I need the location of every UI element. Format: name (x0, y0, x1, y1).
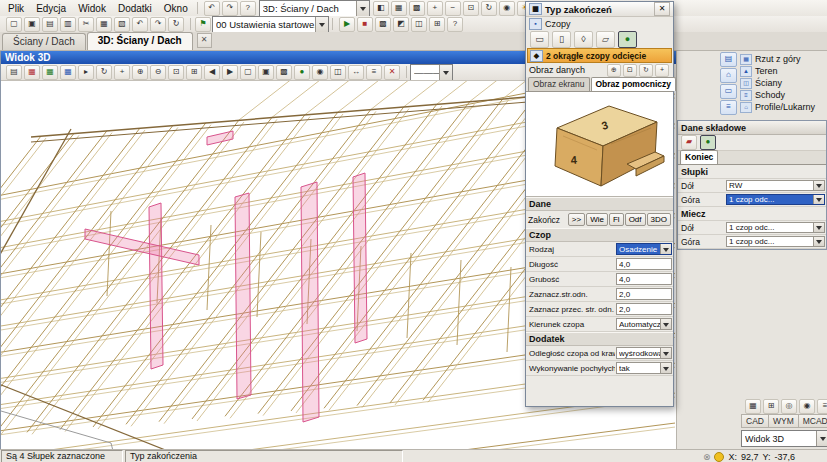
stairs-tool-icon[interactable]: ≡ (720, 100, 737, 115)
pan-image-icon[interactable]: + (655, 64, 669, 77)
startup-settings-combo[interactable]: 00 Ustawienia startowe... (212, 16, 329, 33)
tenon-type-1-icon[interactable]: ▭ (530, 31, 549, 48)
cut-icon[interactable]: ✂ (78, 17, 94, 32)
shaded-icon[interactable]: ▩ (409, 1, 425, 16)
property-value[interactable]: Automatyczny (616, 318, 672, 330)
property-value[interactable]: RW (726, 180, 825, 191)
hidden-line-icon[interactable]: ▣ (258, 65, 274, 80)
menu-item[interactable]: Edycja (30, 2, 72, 15)
tab-koniec[interactable]: Koniec (680, 150, 718, 164)
program-schody[interactable]: ≡ Schody (740, 89, 826, 101)
image-tab[interactable]: Obraz pomocniczy (591, 77, 677, 91)
dropdown-arrow-icon[interactable] (660, 348, 671, 358)
help-icon[interactable]: ? (240, 1, 256, 16)
property-value[interactable]: Osadzenie (616, 243, 672, 255)
zakoncz-button[interactable]: Fl (609, 213, 624, 226)
beam-tool-icon[interactable]: ▭ (720, 84, 737, 99)
tenon-type-3-icon[interactable]: ◊ (574, 31, 593, 48)
mode-button[interactable]: CAD (741, 414, 769, 428)
refresh-icon[interactable]: ↻ (168, 17, 184, 32)
property-value[interactable]: 2,0 (616, 303, 672, 315)
ok-icon[interactable]: ● (294, 65, 310, 80)
mode-button[interactable]: WYM (768, 414, 799, 428)
dock-layers-icon[interactable]: ▦ (745, 399, 761, 414)
wireframe-icon[interactable]: ▦ (391, 1, 407, 16)
tab-close-icon[interactable]: ✕ (197, 33, 212, 48)
dock-snap-icon[interactable]: ◎ (781, 399, 797, 414)
rotate-image-icon[interactable]: ↻ (639, 64, 653, 77)
dock-grid-icon[interactable]: ⊞ (763, 399, 779, 414)
start-flag-icon[interactable]: ⚑ (195, 17, 211, 32)
program-teren[interactable]: ▲ Teren (740, 65, 826, 77)
undo-small-icon[interactable]: ↶ (132, 17, 148, 32)
pointer-icon[interactable]: ▸ (78, 65, 94, 80)
pan-view-icon[interactable]: + (114, 65, 130, 80)
zoom-extents-icon[interactable]: ⊞ (186, 65, 202, 80)
camera-view-icon[interactable]: ◉ (312, 65, 328, 80)
prev-view-icon[interactable]: ◀ (204, 65, 220, 80)
image-tab[interactable]: Obraz ekranu (528, 77, 590, 91)
active-view-combo[interactable]: Widok 3D (741, 430, 827, 447)
property-value[interactable]: 1 czop odc... (726, 236, 825, 247)
dropdown-arrow-icon[interactable] (660, 319, 671, 329)
line-style-combo[interactable]: ——— (410, 64, 453, 81)
menu-item[interactable]: Dodatki (112, 2, 158, 15)
property-value[interactable]: 2,0 (616, 288, 672, 300)
layers-alt-icon[interactable]: ▩ (375, 17, 391, 32)
program-sciany[interactable]: ◫ Ściany (740, 77, 826, 89)
measure-view-icon[interactable]: ↔ (348, 65, 364, 80)
property-value[interactable]: wyśrodkowane (616, 347, 672, 359)
dialog-close-icon[interactable]: ✕ (654, 2, 670, 16)
dialog-titlebar[interactable]: ▦ Typ zakończeń ✕ (526, 2, 673, 17)
options-icon[interactable]: ≡ (366, 65, 382, 80)
document-tab[interactable]: 3D: Ściany / Dach (87, 32, 193, 50)
zoom-window-icon[interactable]: ⊡ (168, 65, 184, 80)
wireframe-mode-icon[interactable]: ▢ (240, 65, 256, 80)
zakoncz-button[interactable]: Wie (586, 213, 608, 226)
dropdown-arrow-icon[interactable] (813, 195, 824, 204)
dock-target-icon[interactable]: ◉ (799, 399, 815, 414)
redo-small-icon[interactable]: ↷ (150, 17, 166, 32)
section-icon[interactable]: ◫ (330, 65, 346, 80)
next-view-icon[interactable]: ▶ (222, 65, 238, 80)
dane-skladowe-titlebar[interactable]: Dane składowe (678, 121, 826, 135)
chevron-down-icon[interactable] (356, 1, 369, 16)
chevron-down-icon[interactable] (315, 17, 328, 32)
open-file-icon[interactable]: ▣ (24, 17, 40, 32)
property-value[interactable]: 1 czop odc... (726, 222, 825, 233)
zoom-in-view-icon[interactable]: ⊕ (132, 65, 148, 80)
apply-icon[interactable]: ● (700, 135, 716, 150)
dropdown-arrow-icon[interactable] (813, 237, 824, 246)
zoom-out-icon[interactable]: − (445, 1, 461, 16)
grid-icon[interactable]: ⊞ (429, 17, 445, 32)
palette-icon[interactable]: ◩ (393, 17, 409, 32)
menu-item[interactable]: Okno (158, 2, 194, 15)
dock-menu-icon[interactable]: ≡ (817, 399, 827, 414)
walls-tool-icon[interactable]: ▤ (720, 52, 737, 67)
save-icon[interactable]: ▤ (42, 17, 58, 32)
zoom-in-icon[interactable]: + (427, 1, 443, 16)
print-icon[interactable]: ▥ (60, 17, 76, 32)
zakoncz-button[interactable]: >> (568, 213, 585, 226)
close-tool-icon[interactable]: ✕ (384, 65, 400, 80)
fit-image-icon[interactable]: ⊡ (623, 64, 637, 77)
selected-ending-type[interactable]: ◆ 2 okrągłe czopy odcięcie (527, 48, 672, 63)
3d-view-icon[interactable]: ◧ (373, 1, 389, 16)
screen-icon[interactable]: ◫ (411, 17, 427, 32)
snap-indicator-icon[interactable]: ⊗ (703, 452, 711, 462)
round-tenon-icon[interactable]: ● (618, 31, 637, 48)
program-rzut-z-gory[interactable]: ▦ Rzut z góry (740, 53, 826, 65)
rotate-view-icon[interactable]: ↻ (481, 1, 497, 16)
camera-icon[interactable]: ◉ (499, 1, 515, 16)
dropdown-arrow-icon[interactable] (813, 181, 824, 190)
property-value[interactable]: tak (616, 362, 672, 374)
zoom-image-icon[interactable]: ⊕ (607, 64, 621, 77)
undo-icon[interactable]: ↶ (204, 1, 220, 16)
menu-item[interactable]: Widok (72, 2, 112, 15)
mode-button[interactable]: MCAD (798, 414, 827, 428)
green-filter-icon[interactable]: ▦ (42, 65, 58, 80)
stop-icon[interactable]: ■ (357, 17, 373, 32)
redo-icon[interactable]: ↷ (222, 1, 238, 16)
zakoncz-button[interactable]: Odf (625, 213, 646, 226)
dropdown-arrow-icon[interactable] (813, 223, 824, 232)
